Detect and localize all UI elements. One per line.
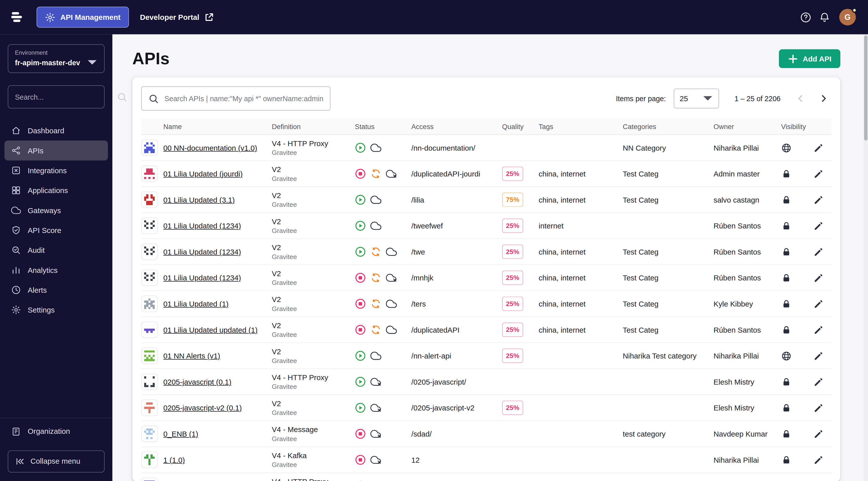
edit-api-button[interactable] [813, 195, 832, 205]
api-visibility [781, 403, 813, 413]
sidebar-item-applications[interactable]: Applications [4, 181, 108, 200]
help-button[interactable] [796, 8, 815, 27]
table-row: 01 Lilia Updated (3.1) V2 Gravitee /lili… [141, 187, 832, 213]
api-management-button[interactable]: API Management [36, 6, 129, 28]
edit-api-button[interactable] [813, 220, 832, 231]
sidebar-item-integrations[interactable]: Integrations [4, 160, 108, 180]
lock-icon [781, 455, 792, 465]
edit-api-button[interactable] [813, 325, 832, 335]
api-definition: V2 [272, 243, 350, 252]
api-categories: Test Categ [623, 196, 714, 204]
started-icon [355, 246, 366, 257]
sidebar-item-label: Gateways [28, 206, 61, 214]
edit-icon [813, 298, 824, 309]
api-name-link[interactable]: 1 (1.0) [163, 456, 185, 464]
sidebar-item-audit[interactable]: Audit [4, 240, 108, 260]
sidebar-item-label: API Score [28, 226, 61, 234]
sidebar-item-label: Analytics [28, 266, 58, 274]
globe-icon [781, 350, 792, 361]
apis-card: Items per page: 25 1 – 25 of 2206 NameDe… [132, 77, 840, 481]
edit-api-button[interactable] [813, 428, 832, 439]
lock-icon [781, 298, 792, 309]
api-visibility [781, 377, 813, 387]
api-name-link[interactable]: 01 Lilia Updated (1234) [163, 274, 241, 282]
sidebar-item-alerts[interactable]: Alerts [4, 280, 108, 300]
api-access-path: /tweefwef [411, 222, 502, 230]
avatar-initial: G [844, 13, 850, 22]
quality-badge: 25% [502, 245, 523, 259]
edit-api-button[interactable] [813, 455, 832, 465]
api-name-link[interactable]: 01 Lilia Updated updated (1) [163, 326, 258, 334]
user-avatar[interactable]: G [839, 9, 856, 25]
api-definition: V2 [272, 269, 350, 278]
collapse-menu-button[interactable]: Collapse menu [8, 450, 105, 472]
edit-icon [813, 195, 824, 205]
api-definition: V2 [272, 347, 350, 355]
edit-api-button[interactable] [813, 168, 832, 179]
api-name-link[interactable]: 01 Lilia Updated (jourdi) [163, 170, 243, 178]
api-provider: Gravitee [272, 279, 350, 286]
api-access-path: /mnhjk [411, 274, 502, 282]
environment-selector[interactable]: Environment fr-apim-master-dev [8, 44, 105, 73]
sidebar-item-dashboard[interactable]: Dashboard [4, 121, 108, 140]
gear-icon [45, 12, 56, 22]
edit-icon [813, 350, 824, 361]
api-name-link[interactable]: 00 NN-documentation (v1.0) [163, 144, 257, 152]
api-definition: V2 [272, 399, 350, 408]
items-per-page-select[interactable]: 25 [674, 89, 719, 108]
edit-api-button[interactable] [813, 350, 832, 361]
api-name-link[interactable]: 0205-javascript (0.1) [163, 378, 231, 386]
edit-api-button[interactable] [813, 298, 832, 309]
api-status [355, 194, 411, 205]
api-quality: 75% [502, 193, 538, 207]
sidebar-item-apis[interactable]: APIs [4, 140, 108, 160]
lock-icon [781, 325, 792, 335]
add-api-button[interactable]: Add API [779, 49, 840, 68]
api-name-link[interactable]: 01 Lilia Updated (3.1) [163, 196, 235, 204]
api-name-link[interactable]: 01 Lilia Updated (1234) [163, 222, 241, 230]
table-row: 01 Lilia Updated (1234) V2 Gravitee /twe… [141, 213, 832, 239]
published-icon [370, 142, 381, 153]
edit-api-button[interactable] [813, 272, 832, 283]
api-name-link[interactable]: 01 Lilia Updated (1234) [163, 248, 241, 256]
sidebar-item-settings[interactable]: Settings [4, 300, 108, 320]
api-visibility [781, 247, 813, 257]
api-access-path: /sdad/ [411, 429, 502, 438]
page-root: API Management Developer Portal G Enviro… [0, 0, 868, 481]
unpublished-icon [386, 168, 397, 179]
sidebar-item-analytics[interactable]: Analytics [4, 260, 108, 280]
api-name-link[interactable]: 0205-javascript-v2 (0.1) [163, 404, 242, 412]
api-owner: Niharika Pillai [714, 143, 781, 152]
edit-api-button[interactable] [813, 247, 832, 257]
search-icon [149, 93, 159, 104]
api-search-input[interactable] [164, 94, 323, 103]
api-visibility [781, 272, 813, 283]
column-header-tags: Tags [539, 123, 623, 130]
edit-api-button[interactable] [813, 403, 832, 413]
api-categories: test category [623, 429, 714, 438]
lock-icon [781, 195, 792, 205]
integrations-icon [11, 165, 21, 175]
sidebar-item-api-score[interactable]: API Score [4, 220, 108, 240]
api-access-path: /ters [411, 300, 502, 308]
edit-icon [813, 272, 824, 283]
table-row: 1 (1.0) V4 - Kafka Gravitee 12 Niharika … [141, 447, 832, 473]
api-name-link[interactable]: 01 Lilia Updated (1) [163, 300, 228, 308]
sidebar-search-input[interactable] [15, 93, 113, 101]
edit-api-button[interactable] [813, 377, 832, 387]
chevron-down-icon [703, 93, 713, 104]
scrollbar-thumb[interactable] [864, 35, 868, 140]
next-page-button[interactable] [816, 91, 832, 106]
api-name-link[interactable]: 01 NN Alerts (v1) [163, 352, 220, 360]
notifications-bell-button[interactable] [815, 8, 834, 27]
api-name-link[interactable]: 0_ENB (1) [163, 430, 198, 438]
api-owner: Rúben Santos [714, 326, 781, 334]
edit-api-button[interactable] [813, 142, 832, 153]
api-definition: V2 [272, 321, 350, 329]
table-row: 00 NN-documentation (v1.0) V4 - HTTP Pro… [141, 135, 832, 161]
sidebar-item-organization[interactable]: Organization [4, 419, 108, 444]
sidebar-item-gateways[interactable]: Gateways [4, 200, 108, 220]
chevron-down-icon [87, 58, 97, 68]
clock-icon [11, 285, 21, 295]
developer-portal-link[interactable]: Developer Portal [140, 12, 214, 22]
